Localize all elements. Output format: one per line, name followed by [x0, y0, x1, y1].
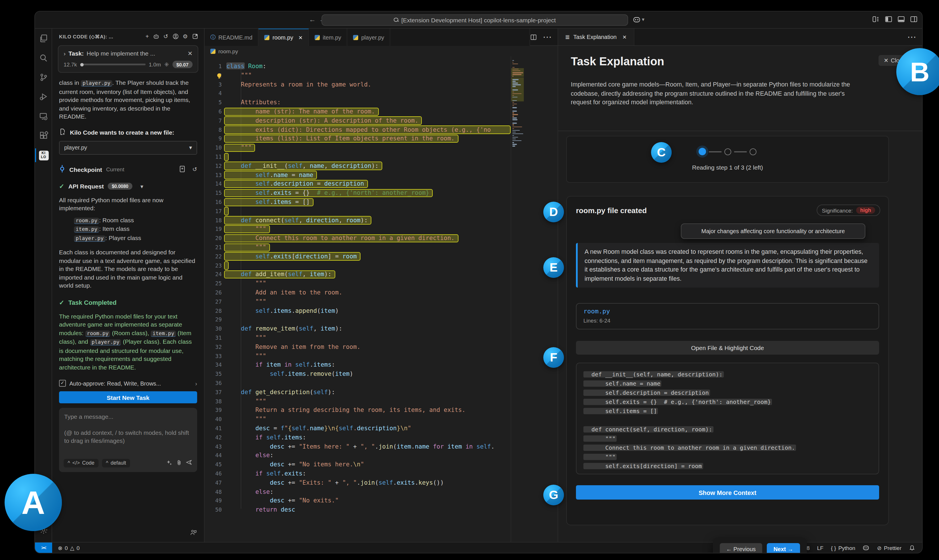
- code-line[interactable]: 3 Represents a room in the game world.: [205, 80, 511, 89]
- code-line[interactable]: 42 if self.items:: [205, 433, 511, 442]
- search-sidebar-icon[interactable]: [35, 48, 52, 68]
- code-line[interactable]: 28 self.items.append(item): [205, 306, 511, 315]
- code-line[interactable]: 7 description (str): A description of th…: [205, 116, 511, 125]
- panel-more-icon[interactable]: ⋯: [907, 31, 923, 42]
- history-icon[interactable]: ↺: [163, 33, 168, 40]
- code-line[interactable]: 45 desc += "No items here.\n": [205, 460, 511, 469]
- auto-approve-expand-icon[interactable]: ›: [195, 380, 197, 386]
- extensions-icon[interactable]: [35, 126, 52, 146]
- tab-room-py[interactable]: room.py✕: [259, 29, 309, 46]
- next-button[interactable]: Next →: [767, 543, 800, 554]
- split-editor-icon[interactable]: [530, 34, 537, 40]
- language-mode[interactable]: { }Python: [831, 545, 855, 551]
- code-line[interactable]: 40 """: [205, 415, 511, 424]
- code-line[interactable]: 20 Connect this room to another room in …: [205, 234, 511, 243]
- code-line[interactable]: 11: [205, 152, 511, 162]
- code-line[interactable]: 12 def __init__(self, name, description)…: [205, 162, 511, 171]
- code-line[interactable]: 26 Add an item to the room.: [205, 288, 511, 297]
- task-close-icon[interactable]: ✕: [188, 50, 192, 57]
- code-line[interactable]: 4: [205, 89, 511, 98]
- tab-close-icon[interactable]: ✕: [298, 35, 303, 40]
- code-line[interactable]: 25 """: [205, 279, 511, 288]
- attach-icon[interactable]: [176, 458, 182, 468]
- enhance-prompt-icon[interactable]: [166, 458, 172, 468]
- code-line[interactable]: 47 desc += "Exits: " + ", ".join(self.ex…: [205, 478, 511, 488]
- code-line[interactable]: 1class Room:: [205, 62, 511, 71]
- explorer-icon[interactable]: [35, 29, 52, 48]
- profile-selector[interactable]: ^default: [102, 458, 130, 467]
- code-line[interactable]: 23: [205, 261, 511, 270]
- copilot-status-icon[interactable]: [863, 544, 870, 551]
- new-file-select[interactable]: player.py ▾: [59, 141, 197, 154]
- code-line[interactable]: 44 else:: [205, 451, 511, 460]
- code-line[interactable]: 15 self.exits = {} # e.g., {'north': ano…: [205, 188, 511, 198]
- auto-approve-checkbox[interactable]: ✓: [59, 380, 66, 387]
- toggle-panel-icon[interactable]: [897, 15, 905, 23]
- start-new-task-button[interactable]: Start New Task: [59, 391, 197, 403]
- source-control-icon[interactable]: [35, 68, 52, 87]
- formatter-status[interactable]: ⊘Prettier: [877, 545, 902, 551]
- tab-readme[interactable]: ⓘREADME.md: [205, 29, 259, 46]
- open-external-icon[interactable]: [192, 33, 198, 40]
- code-line[interactable]: 13 self.name = name: [205, 171, 511, 180]
- notifications-bell-icon[interactable]: [909, 545, 915, 551]
- code-line[interactable]: 30 def remove_item(self, item):: [205, 324, 511, 334]
- editor-more-icon[interactable]: ⋯: [543, 31, 552, 42]
- sidebar-settings-icon[interactable]: ⚙: [183, 33, 188, 40]
- code-line[interactable]: 39 Return a string describing the room, …: [205, 406, 511, 415]
- code-line[interactable]: 33 """: [205, 351, 511, 361]
- feedback-icon[interactable]: [190, 528, 197, 538]
- toggle-secondary-sidebar-icon[interactable]: [910, 15, 917, 23]
- breadcrumb[interactable]: room.py: [205, 46, 557, 56]
- code-line[interactable]: 38 """: [205, 397, 511, 406]
- code-line[interactable]: 16 self.items = []: [205, 198, 511, 207]
- new-task-icon[interactable]: +: [146, 33, 149, 40]
- mode-selector[interactable]: ^</>Code: [64, 458, 99, 467]
- code-line[interactable]: 24 def add_item(self, item):: [205, 270, 511, 279]
- warnings-indicator[interactable]: △0: [70, 545, 80, 551]
- step-dot-current[interactable]: [699, 148, 706, 155]
- minimap[interactable]: [511, 56, 524, 543]
- code-line[interactable]: 6 name (str): The name of the room.: [205, 107, 511, 116]
- code-line[interactable]: 29: [205, 315, 511, 325]
- code-line[interactable]: 14 self.description = description: [205, 180, 511, 189]
- step-dot[interactable]: [750, 148, 756, 155]
- toggle-sidebar-icon[interactable]: [885, 15, 892, 23]
- back-icon[interactable]: ←: [309, 15, 316, 23]
- code-line[interactable]: 36: [205, 379, 511, 388]
- kilo-code-icon[interactable]: KILO: [35, 146, 52, 165]
- code-line[interactable]: 21 """: [205, 243, 511, 252]
- bot-icon[interactable]: [153, 33, 159, 40]
- auto-approve-label[interactable]: Auto-approve: Read, Write, Brows...: [69, 380, 161, 386]
- code-line[interactable]: 27 """: [205, 297, 511, 306]
- task-expand-icon[interactable]: ›: [64, 50, 66, 57]
- command-center-search[interactable]: [Extension Development Host] copilot-len…: [322, 14, 628, 26]
- code-line[interactable]: 10 """: [205, 143, 511, 152]
- code-line[interactable]: 32 Remove an item from the room.: [205, 343, 511, 352]
- step-dots[interactable]: [567, 148, 888, 155]
- restore-checkpoint-icon[interactable]: ↺: [192, 166, 197, 172]
- tab-player-py[interactable]: player.py: [348, 29, 391, 46]
- message-input[interactable]: Type a message... (@ to add context, / t…: [59, 408, 197, 472]
- code-line[interactable]: 43 desc += "Items here: " + ", ".join(it…: [205, 442, 511, 451]
- file-link[interactable]: room.py: [583, 308, 872, 315]
- open-file-button[interactable]: Open File & Highlight Code: [576, 341, 879, 355]
- diff-file-icon[interactable]: [179, 165, 185, 173]
- code-line[interactable]: 9 items (list): List of Item objects pre…: [205, 134, 511, 143]
- code-line[interactable]: 18 def connect(self, direction, room):: [205, 216, 511, 225]
- file-reference-card[interactable]: room.py Lines: 6-24: [576, 303, 879, 329]
- code-line[interactable]: 50 return desc: [205, 505, 511, 514]
- tab-item-py[interactable]: item.py: [309, 29, 347, 46]
- significance-badge[interactable]: Significance: high: [817, 205, 880, 216]
- code-line[interactable]: 41 desc = f"{self.name}\n{self.descripti…: [205, 424, 511, 433]
- code-line[interactable]: 49 desc += "No exits.": [205, 496, 511, 506]
- code-line[interactable]: 46 if self.exits:: [205, 469, 511, 478]
- lightbulb-icon[interactable]: [217, 73, 221, 77]
- eol[interactable]: LF: [817, 545, 823, 551]
- code-line[interactable]: 19 """: [205, 225, 511, 234]
- task-card[interactable]: › Task: Help me implement the ... ✕ 12.7…: [58, 45, 198, 73]
- remote-indicator[interactable]: ><: [35, 543, 52, 553]
- expand-context-icon[interactable]: ⁜: [165, 61, 169, 68]
- previous-button[interactable]: ← Previous: [720, 543, 762, 554]
- code-editor[interactable]: 1class Room:2 """3 Represents a room in …: [205, 56, 511, 543]
